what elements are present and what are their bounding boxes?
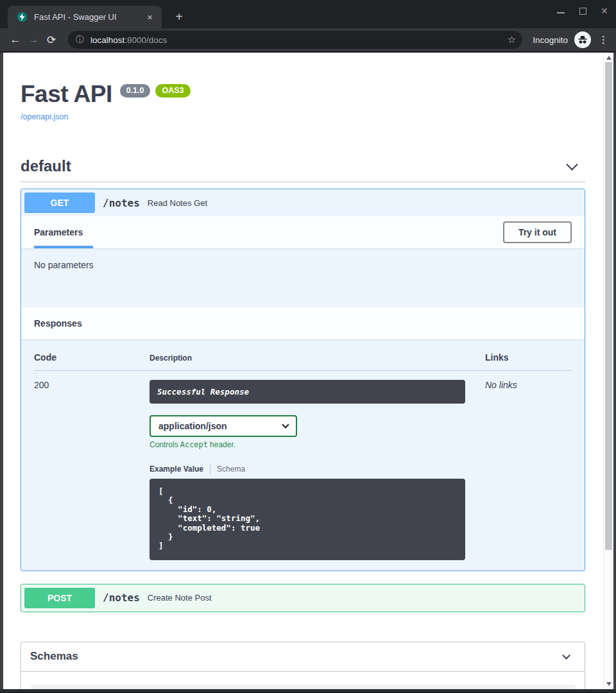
controls-prefix: Controls [150,440,178,449]
window-maximize-button[interactable] [579,7,586,15]
chevron-down-icon[interactable] [566,158,578,170]
oas3-badge: OAS3 [155,84,190,98]
controls-suffix: header. [210,440,235,449]
response-row-200: 200 Successful Response application/json… [34,371,572,560]
window-minimize-button[interactable] [557,7,565,15]
tab-title: Fast API - Swagger UI [34,12,144,22]
media-type-select[interactable]: application/json [150,415,297,437]
incognito-icon [574,31,591,48]
fastapi-favicon-icon [17,12,28,22]
openapi-spec-link[interactable]: /openapi.json [21,112,585,121]
example-json-block: [ { "id": 0, "text": "string", "complete… [150,479,465,560]
get-notes-description: Read Notes Get [148,198,207,208]
incognito-label: Incognito [533,35,568,45]
schemas-section: Schemas Note [21,642,585,692]
scrollbar-down-arrow[interactable] [606,682,612,686]
description-column-header: Description [150,352,465,363]
schemas-chevron-down-icon[interactable] [562,651,570,660]
window-frame-left [0,53,3,692]
response-description-cell: Successful Response application/json Con… [150,380,465,560]
schemas-header[interactable]: Schemas [21,642,585,672]
responses-table: Code Description Links 200 Successful Re… [21,339,585,570]
tab-example-value[interactable]: Example Value [150,465,203,474]
parameters-label: Parameters [34,227,83,237]
url-text[interactable]: localhost:8000/docs [90,35,167,45]
media-type-select-wrap: application/json [150,415,297,437]
links-column-header: Links [465,352,572,363]
post-notes-path: /notes [103,592,140,604]
code-column-header: Code [34,352,150,363]
get-notes-summary[interactable]: GET /notes Read Notes Get [21,189,585,216]
controls-accept-code: Accept [180,440,208,449]
browser-menu-icon[interactable]: ⋮ [599,34,608,46]
forward-button[interactable]: → [24,33,42,46]
try-it-out-button[interactable]: Try it out [503,221,572,243]
url-host: localhost [90,35,124,45]
parameters-header: Parameters Try it out [21,216,585,248]
window-frame-right [613,53,616,692]
responses-table-header: Code Description Links [34,352,572,371]
tab-schema[interactable]: Schema [210,465,245,474]
new-tab-button[interactable]: + [171,8,187,25]
no-parameters-text: No parameters [21,248,585,307]
scrollbar-thumb[interactable] [605,62,612,550]
tab-strip: Fast API - Swagger UI × + ✕ [0,0,616,28]
responses-header: Responses [21,307,585,339]
tag-divider [21,182,585,182]
page-scrollbar[interactable] [603,53,613,689]
opblock-get-notes: GET /notes Read Notes Get Parameters Try… [21,189,585,571]
responses-label: Responses [34,318,82,329]
post-method-badge: POST [24,588,95,608]
browser-window: Fast API - Swagger UI × + ✕ ← → ⟳ ⓘ loca… [0,0,616,693]
url-path: :8000/docs [124,35,167,45]
swagger-content: Fast API0.1.0OAS3 /openapi.json default … [0,53,616,692]
url-bar[interactable]: ⓘ localhost:8000/docs ☆ [68,31,522,49]
bookmark-star-icon[interactable]: ☆ [508,34,516,46]
tab-parameters: Parameters [34,216,83,248]
tab-close-icon[interactable]: × [144,12,155,22]
tag-section-header[interactable]: default [21,157,585,175]
page-title: Fast API [21,81,112,107]
back-button[interactable]: ← [6,33,24,46]
api-info: Fast API0.1.0OAS3 /openapi.json [21,81,585,121]
get-method-badge: GET [24,193,95,213]
post-notes-description: Create Note Post [148,593,212,603]
schemas-title: Schemas [30,650,78,663]
tag-title: default [21,157,71,175]
site-info-icon[interactable]: ⓘ [76,34,84,46]
browser-tab[interactable]: Fast API - Swagger UI × [8,6,162,28]
active-tab-underline [34,246,93,248]
opblock-post-notes: POST /notes Create Note Post [21,584,585,612]
controls-accept-note: ControlsAcceptheader. [150,440,465,449]
window-frame-bottom [0,689,616,692]
swagger-page: Fast API0.1.0OAS3 /openapi.json default … [0,53,616,692]
response-description: Successful Response [150,380,465,404]
example-schema-tabs: Example Value Schema [150,465,465,474]
window-close-button[interactable]: ✕ [601,7,608,15]
post-notes-summary[interactable]: POST /notes Create Note Post [21,585,585,612]
window-controls: ✕ [557,7,608,15]
response-code: 200 [34,380,150,390]
response-links: No links [465,380,572,390]
get-notes-path: /notes [103,197,140,209]
browser-toolbar: ← → ⟳ ⓘ localhost:8000/docs ☆ Incognito … [0,28,616,53]
reload-button[interactable]: ⟳ [42,33,60,47]
version-badge: 0.1.0 [120,84,151,98]
scrollbar-up-arrow[interactable] [606,56,612,60]
